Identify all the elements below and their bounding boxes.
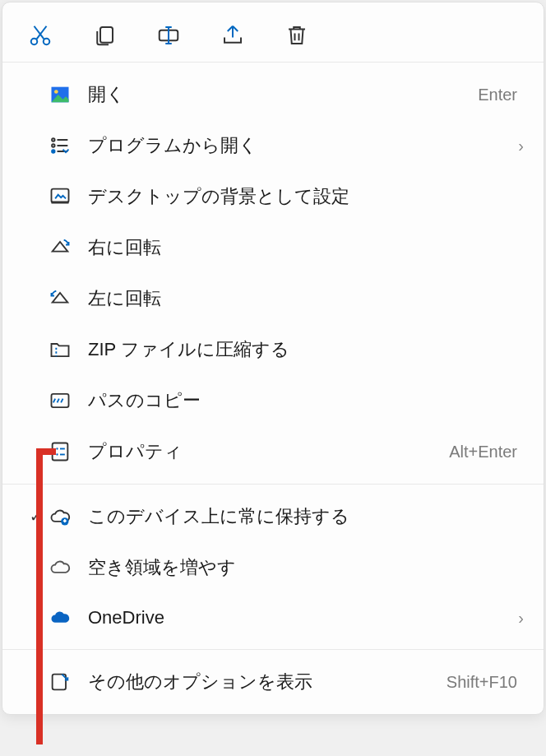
image-icon bbox=[49, 83, 88, 106]
rename-button[interactable] bbox=[154, 21, 183, 50]
menu-item-properties[interactable]: プロパティ Alt+Enter bbox=[2, 426, 544, 477]
cut-icon bbox=[28, 23, 53, 48]
menu-item-label: このデバイス上に常に保持する bbox=[88, 504, 524, 529]
more-options-icon bbox=[49, 670, 88, 693]
menu-item-label: プログラムから開く bbox=[88, 133, 504, 158]
check-icon: ✓ bbox=[22, 508, 49, 526]
rotate-right-icon bbox=[49, 236, 88, 259]
rotate-left-icon bbox=[49, 287, 88, 310]
menu-section-onedrive: ✓ このデバイス上に常に保持する 空き領域を増やす bbox=[2, 484, 544, 649]
share-icon bbox=[220, 23, 245, 48]
onedrive-icon bbox=[49, 606, 88, 629]
svg-point-10 bbox=[54, 90, 58, 94]
svg-point-1 bbox=[44, 39, 50, 45]
svg-point-13 bbox=[52, 144, 55, 147]
annotation-callout bbox=[36, 448, 43, 744]
menu-item-shortcut: Alt+Enter bbox=[449, 443, 524, 461]
menu-item-label: プロパティ bbox=[88, 439, 449, 464]
menu-section-more: その他のオプションを表示 Shift+F10 bbox=[2, 649, 544, 714]
chevron-right-icon: › bbox=[504, 137, 524, 155]
zip-icon bbox=[49, 338, 88, 361]
svg-point-11 bbox=[52, 138, 55, 141]
menu-item-label: 右に回転 bbox=[88, 235, 524, 260]
copy-icon bbox=[92, 23, 117, 48]
menu-item-show-more[interactable]: その他のオプションを表示 Shift+F10 bbox=[2, 656, 544, 707]
menu-item-rotate-left[interactable]: 左に回転 bbox=[2, 273, 544, 324]
svg-point-15 bbox=[52, 150, 55, 153]
open-with-icon bbox=[49, 134, 88, 157]
svg-point-0 bbox=[31, 39, 38, 45]
menu-item-open[interactable]: 開く Enter bbox=[2, 69, 544, 120]
copy-button[interactable] bbox=[90, 21, 119, 50]
menu-item-shortcut: Shift+F10 bbox=[447, 673, 524, 692]
cloud-free-icon bbox=[49, 556, 88, 579]
menu-item-open-with[interactable]: プログラムから開く › bbox=[2, 120, 544, 171]
menu-item-compress-zip[interactable]: ZIP ファイルに圧縮する bbox=[2, 324, 544, 375]
menu-item-free-up-space[interactable]: 空き領域を増やす bbox=[2, 542, 544, 593]
delete-button[interactable] bbox=[282, 21, 312, 50]
menu-item-label: 空き領域を増やす bbox=[88, 555, 524, 580]
menu-item-always-keep[interactable]: ✓ このデバイス上に常に保持する bbox=[2, 491, 544, 542]
cut-button[interactable] bbox=[25, 21, 55, 50]
menu-item-set-wallpaper[interactable]: デスクトップの背景として設定 bbox=[2, 171, 544, 222]
cloud-keep-icon bbox=[49, 505, 88, 528]
menu-item-label: 開く bbox=[88, 82, 478, 107]
menu-item-label: OneDrive bbox=[88, 607, 504, 628]
menu-item-label: デスクトップの背景として設定 bbox=[88, 184, 524, 209]
menu-item-label: パスのコピー bbox=[88, 388, 524, 413]
rename-icon bbox=[156, 23, 181, 48]
wallpaper-icon bbox=[49, 185, 88, 208]
menu-item-label: その他のオプションを表示 bbox=[88, 670, 447, 694]
svg-point-22 bbox=[56, 448, 58, 449]
share-button[interactable] bbox=[218, 21, 248, 50]
delete-icon bbox=[285, 23, 309, 48]
menu-item-copy-path[interactable]: パスのコピー bbox=[2, 375, 544, 426]
menu-item-label: ZIP ファイルに圧縮する bbox=[88, 337, 524, 362]
menu-item-label: 左に回転 bbox=[88, 286, 524, 311]
menu-section-main: 開く Enter プログラムから開く › bbox=[2, 62, 544, 484]
menu-item-onedrive[interactable]: OneDrive › bbox=[2, 593, 544, 642]
chevron-right-icon: › bbox=[504, 609, 524, 628]
toolbar bbox=[2, 2, 544, 62]
copy-path-icon bbox=[49, 389, 88, 412]
svg-point-24 bbox=[56, 453, 58, 455]
svg-rect-4 bbox=[100, 27, 113, 43]
menu-item-shortcut: Enter bbox=[478, 86, 524, 104]
menu-item-rotate-right[interactable]: 右に回転 bbox=[2, 222, 544, 273]
context-menu: 開く Enter プログラムから開く › bbox=[2, 2, 544, 715]
